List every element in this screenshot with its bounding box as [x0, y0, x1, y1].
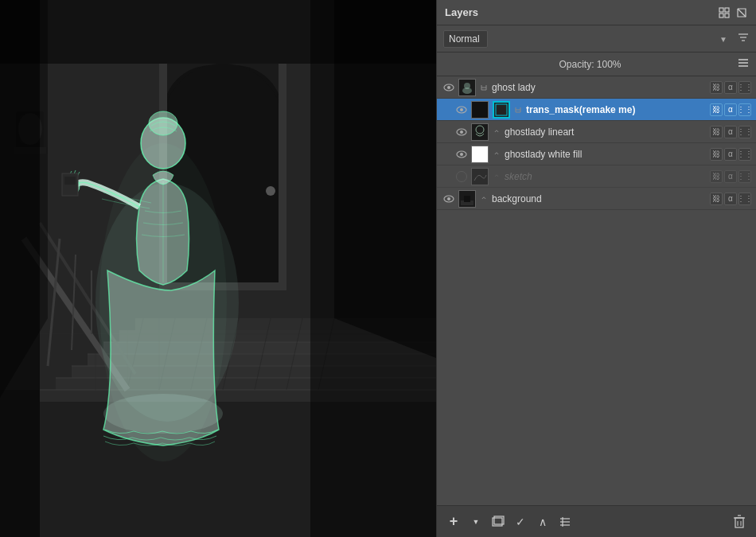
- bottom-toolbar: + ▼ ✓ ∧: [437, 505, 756, 537]
- svg-point-85: [460, 153, 463, 156]
- layer-link-btn-ghost-lady[interactable]: ⛓: [710, 81, 723, 94]
- svg-point-89: [447, 197, 450, 200]
- layer-sketch[interactable]: sketch ⛓ α ⋮⋮: [437, 165, 756, 188]
- blend-select-arrow: ▼: [719, 34, 727, 43]
- layers-list: ghost lady ⛓ α ⋮⋮: [437, 76, 756, 505]
- layer-options-btn-lineart[interactable]: ⋮⋮: [738, 126, 751, 138]
- visibility-toggle-lineart[interactable]: [454, 125, 469, 139]
- svg-rect-57: [719, 8, 723, 12]
- layers-menu-icon[interactable]: [737, 56, 750, 72]
- layer-name-lineart: ghostlady lineart: [505, 126, 707, 138]
- expand-icon[interactable]: [718, 6, 731, 19]
- layer-alpha-btn-sketch[interactable]: α: [724, 170, 737, 183]
- add-layer-button[interactable]: +: [445, 513, 462, 531]
- opacity-label: Opacity: 100%: [443, 59, 737, 70]
- filter-icon[interactable]: [737, 31, 750, 46]
- visibility-toggle-ghost-lady[interactable]: [442, 80, 456, 95]
- layer-group-ghost-lady[interactable]: ghost lady ⛓ α ⋮⋮: [437, 76, 756, 99]
- visibility-toggle-trans-mask[interactable]: [454, 103, 469, 117]
- layer-name-sketch: sketch: [505, 171, 707, 182]
- panel-header: Layers: [437, 0, 756, 25]
- svg-rect-76: [472, 102, 488, 118]
- layer-thumb-lineart: [471, 123, 489, 141]
- layer-alpha-btn-ghost-lady[interactable]: α: [724, 81, 737, 94]
- layer-alpha-btn-white-fill[interactable]: α: [724, 148, 737, 161]
- layer-link-btn-lineart[interactable]: ⛓: [710, 126, 723, 138]
- svg-rect-58: [725, 8, 729, 12]
- layer-thumb-trans-mask: [471, 101, 489, 119]
- layer-right-icons-trans-mask: ⛓ α ⋮⋮: [710, 103, 751, 116]
- svg-point-69: [447, 86, 450, 89]
- layer-link-white-fill: [491, 149, 502, 160]
- svg-rect-52: [64, 177, 76, 185]
- svg-point-10: [266, 186, 275, 196]
- svg-point-75: [460, 108, 463, 111]
- layer-alpha-btn-lineart[interactable]: α: [724, 126, 737, 138]
- layer-trans-mask[interactable]: trans_mask(remake me) ⛓ α ⋮⋮: [437, 99, 756, 121]
- blend-mode-select[interactable]: Normal Multiply Screen Overlay: [443, 30, 488, 48]
- layer-thumb2-trans-mask: [493, 101, 510, 119]
- svg-point-53: [99, 143, 227, 461]
- layer-link-btn-background[interactable]: ⛓: [710, 193, 723, 205]
- layer-options-btn-white-fill[interactable]: ⋮⋮: [738, 148, 751, 161]
- layer-options-btn-background[interactable]: ⋮⋮: [738, 193, 751, 205]
- check-button[interactable]: ✓: [512, 513, 529, 531]
- layer-thumb-background: [458, 190, 476, 208]
- svg-point-72: [464, 83, 470, 89]
- visibility-toggle-background[interactable]: [442, 192, 456, 206]
- layer-alpha-btn-trans-mask[interactable]: α: [724, 103, 737, 116]
- layer-right-icons-background: ⛓ α ⋮⋮: [710, 193, 751, 205]
- layer-right-icons-lineart: ⛓ α ⋮⋮: [710, 126, 751, 138]
- svg-rect-99: [735, 518, 743, 527]
- layer-thumb-sketch: [471, 168, 489, 185]
- layer-name-ghost-lady: ghost lady: [492, 82, 707, 93]
- merge-button[interactable]: [556, 513, 574, 531]
- panel-title: Layers: [445, 6, 478, 18]
- layer-link-sketch: [491, 171, 502, 182]
- layer-link-background: [478, 193, 489, 204]
- delete-layer-button[interactable]: [731, 513, 748, 531]
- layer-right-icons-sketch: ⛓ α ⋮⋮: [710, 170, 751, 183]
- layer-alpha-btn-background[interactable]: α: [724, 193, 737, 205]
- svg-rect-8: [279, 64, 286, 286]
- canvas-area: [0, 0, 436, 537]
- layer-name-background: background: [492, 193, 707, 204]
- layer-link-btn-trans-mask[interactable]: ⛓: [710, 103, 723, 116]
- svg-line-61: [738, 9, 746, 17]
- new-layer-button[interactable]: [489, 513, 507, 531]
- layer-thumb-white-fill: [471, 146, 489, 163]
- add-dropdown-button[interactable]: ▼: [467, 513, 485, 531]
- layer-ghostlady-white-fill[interactable]: ghostlady white fill ⛓ α ⋮⋮: [437, 143, 756, 165]
- layer-options-btn-trans-mask[interactable]: ⋮⋮: [738, 103, 751, 116]
- layer-name-trans-mask: trans_mask(remake me): [526, 104, 707, 115]
- layer-ghostlady-lineart[interactable]: ghostlady lineart ⛓ α ⋮⋮: [437, 121, 756, 143]
- svg-rect-59: [719, 14, 723, 18]
- visibility-toggle-sketch[interactable]: [454, 169, 469, 184]
- svg-rect-82: [472, 124, 488, 140]
- svg-rect-86: [472, 146, 488, 162]
- svg-rect-60: [725, 14, 729, 18]
- layer-thumb-ghost-lady: [458, 79, 476, 96]
- svg-rect-92: [464, 196, 470, 202]
- layer-right-icons-white-fill: ⛓ α ⋮⋮: [710, 148, 751, 161]
- layer-link-ghost-lady: [478, 82, 489, 93]
- opacity-row: Opacity: 100%: [437, 53, 756, 76]
- layer-options-btn-sketch[interactable]: ⋮⋮: [738, 170, 751, 183]
- layers-panel: Layers Normal Multip: [436, 0, 756, 537]
- move-up-button[interactable]: ∧: [534, 513, 551, 531]
- svg-point-81: [460, 130, 463, 134]
- visibility-toggle-white-fill[interactable]: [454, 147, 469, 161]
- close-panel-icon[interactable]: [735, 6, 748, 19]
- blend-mode-row: Normal Multiply Screen Overlay ▼: [437, 25, 756, 53]
- visibility-off-icon-sketch: [456, 171, 467, 182]
- layer-background[interactable]: background ⛓ α ⋮⋮: [437, 188, 756, 210]
- layer-link-btn-sketch[interactable]: ⛓: [710, 170, 723, 183]
- layer-right-icons-ghost-lady: ⛓ α ⋮⋮: [710, 81, 751, 94]
- layer-link-btn-white-fill[interactable]: ⛓: [710, 148, 723, 161]
- layer-options-btn-ghost-lady[interactable]: ⋮⋮: [738, 81, 751, 94]
- layer-link-lineart: [491, 126, 502, 138]
- svg-rect-77: [494, 103, 509, 117]
- layer-link-trans-mask: [512, 104, 524, 115]
- layer-name-white-fill: ghostlady white fill: [505, 149, 707, 160]
